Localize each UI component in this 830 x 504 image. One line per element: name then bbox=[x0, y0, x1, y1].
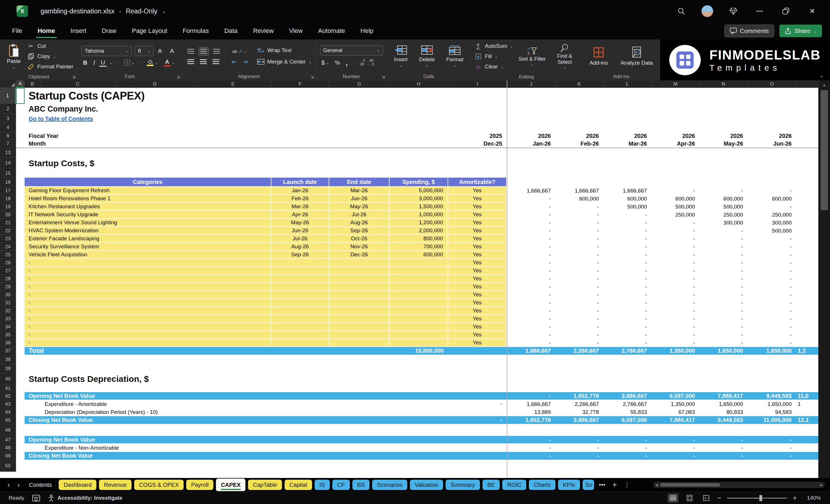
cell[interactable] bbox=[700, 148, 747, 157]
cell[interactable]: - bbox=[448, 416, 507, 424]
sheet-tab-valuation[interactable]: Valuation bbox=[410, 480, 443, 490]
cell[interactable]: 250,000 bbox=[747, 211, 796, 219]
cell[interactable]: - bbox=[700, 259, 747, 267]
cell[interactable] bbox=[604, 169, 651, 178]
cell[interactable]: - bbox=[651, 452, 700, 460]
sheet-tab-charts[interactable]: Charts bbox=[529, 480, 555, 490]
cell[interactable]: Yes bbox=[448, 187, 507, 195]
cell[interactable] bbox=[41, 123, 115, 132]
cell[interactable] bbox=[796, 364, 818, 373]
cell[interactable] bbox=[272, 132, 329, 140]
cell[interactable]: - bbox=[507, 452, 555, 460]
cell[interactable] bbox=[507, 157, 555, 169]
cell[interactable]: 2026 bbox=[555, 132, 604, 140]
cell[interactable] bbox=[796, 452, 818, 460]
cell[interactable] bbox=[796, 243, 818, 251]
cell[interactable]: Yes bbox=[448, 291, 507, 299]
cell[interactable] bbox=[16, 331, 25, 339]
row-header-24[interactable]: 24 bbox=[0, 243, 16, 251]
cell[interactable]: - bbox=[651, 307, 700, 315]
cell[interactable] bbox=[16, 283, 25, 291]
cell[interactable] bbox=[796, 283, 818, 291]
cell[interactable]: Feb-26 bbox=[272, 195, 329, 203]
cell[interactable] bbox=[272, 460, 329, 472]
cell[interactable] bbox=[796, 307, 818, 315]
cell[interactable]: 11,0 bbox=[796, 392, 818, 400]
normal-view-button[interactable] bbox=[668, 494, 678, 503]
sort-filter-button[interactable]: AZ Sort & Filter⌄ bbox=[518, 46, 546, 66]
cell[interactable] bbox=[651, 385, 700, 392]
cell[interactable] bbox=[272, 291, 329, 299]
cell[interactable]: - bbox=[507, 283, 555, 291]
cell[interactable] bbox=[604, 114, 651, 123]
cell[interactable]: - bbox=[651, 291, 700, 299]
minimize-button[interactable] bbox=[753, 5, 766, 18]
cell[interactable]: Jan-26 bbox=[507, 140, 555, 148]
column-header-J[interactable]: J bbox=[507, 81, 555, 88]
accounting-format-button[interactable]: $⌄ bbox=[320, 59, 331, 66]
cell[interactable]: 2,766,667 bbox=[604, 400, 651, 408]
sheet-tab-cogs-opex[interactable]: COGS & OPEX bbox=[134, 480, 184, 490]
decrease-decimal-button[interactable]: .00→.0 bbox=[368, 59, 374, 66]
cell[interactable] bbox=[700, 178, 747, 187]
cell[interactable]: Gaming Floor Equipment Refresh bbox=[25, 187, 272, 195]
cell[interactable] bbox=[25, 400, 41, 408]
cell[interactable] bbox=[115, 424, 195, 436]
cell[interactable]: - bbox=[555, 267, 604, 275]
cell[interactable] bbox=[448, 169, 507, 178]
cell[interactable] bbox=[115, 355, 195, 364]
cell[interactable]: - bbox=[700, 331, 747, 339]
cell[interactable]: Apr-26 bbox=[272, 211, 329, 219]
cell[interactable] bbox=[16, 169, 25, 178]
cell[interactable] bbox=[796, 195, 818, 203]
cell[interactable]: - bbox=[700, 235, 747, 243]
row-header-35[interactable]: 35 bbox=[0, 331, 16, 339]
cell[interactable]: 1,666,667 bbox=[507, 400, 555, 408]
cell[interactable]: Closing Net Book Value bbox=[25, 452, 507, 460]
cell[interactable] bbox=[796, 140, 818, 148]
cell[interactable]: 6,597,500 bbox=[604, 416, 651, 424]
macro-record-icon[interactable] bbox=[32, 495, 40, 501]
increase-indent-button[interactable]: ⇥ bbox=[241, 58, 249, 65]
cell[interactable]: 600,000 bbox=[747, 195, 796, 203]
cell[interactable] bbox=[448, 104, 507, 114]
cell[interactable] bbox=[389, 157, 448, 169]
cell[interactable]: - bbox=[700, 339, 747, 347]
cell[interactable] bbox=[700, 104, 747, 114]
cell[interactable]: Yes bbox=[448, 283, 507, 291]
cell[interactable] bbox=[796, 299, 818, 307]
cell[interactable]: Yes bbox=[448, 275, 507, 283]
cell[interactable] bbox=[555, 104, 604, 114]
cell[interactable] bbox=[16, 400, 25, 408]
cell[interactable]: Apr-26 bbox=[651, 140, 700, 148]
cell[interactable]: - bbox=[747, 267, 796, 275]
cell[interactable]: Expenditure - Amortizable bbox=[41, 400, 329, 408]
menu-tab-file[interactable]: File bbox=[11, 26, 23, 36]
sheet-tab-is[interactable]: IS bbox=[315, 480, 330, 490]
cell[interactable] bbox=[115, 364, 195, 373]
cell[interactable]: - bbox=[604, 275, 651, 283]
cell[interactable]: - bbox=[651, 339, 700, 347]
fill-button[interactable]: Fill⌄ bbox=[475, 52, 513, 61]
cell[interactable] bbox=[272, 364, 329, 373]
cell[interactable] bbox=[25, 460, 41, 472]
cell[interactable]: Security Surveillance System bbox=[25, 243, 272, 251]
cell[interactable] bbox=[747, 355, 796, 364]
row-header-6[interactable]: 6 bbox=[0, 132, 16, 140]
row-header-45[interactable]: 45 bbox=[0, 416, 16, 424]
cell[interactable]: - bbox=[555, 251, 604, 259]
cell[interactable] bbox=[796, 267, 818, 275]
cell[interactable] bbox=[604, 123, 651, 132]
cell[interactable]: - bbox=[700, 323, 747, 331]
cell[interactable] bbox=[507, 169, 555, 178]
cell[interactable]: Yes bbox=[448, 307, 507, 315]
addins-button[interactable]: Add-ins bbox=[586, 45, 611, 67]
cell[interactable] bbox=[604, 355, 651, 364]
cell[interactable] bbox=[700, 373, 747, 385]
cell[interactable] bbox=[700, 114, 747, 123]
cell[interactable]: 500,000 bbox=[747, 227, 796, 235]
cell[interactable]: Opening Net Book Value bbox=[25, 436, 507, 444]
cell[interactable]: - bbox=[507, 299, 555, 307]
row-header-32[interactable]: 32 bbox=[0, 307, 16, 315]
cell[interactable] bbox=[389, 140, 448, 148]
